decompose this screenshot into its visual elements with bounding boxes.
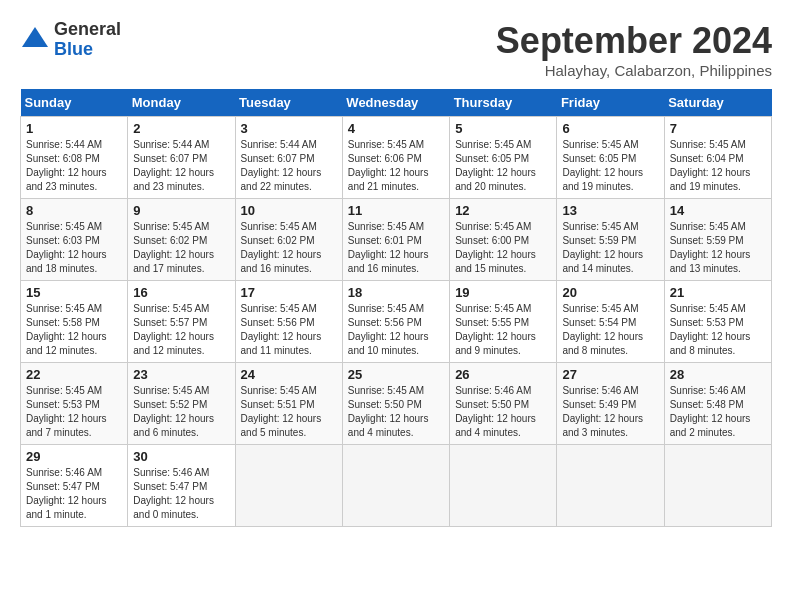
day-detail: Sunrise: 5:45 AMSunset: 6:06 PMDaylight:… (348, 138, 444, 194)
day-number: 27 (562, 367, 658, 382)
day-number: 23 (133, 367, 229, 382)
day-detail: Sunrise: 5:45 AMSunset: 6:03 PMDaylight:… (26, 220, 122, 276)
weekday-header-row: SundayMondayTuesdayWednesdayThursdayFrid… (21, 89, 772, 117)
calendar-body: 1Sunrise: 5:44 AMSunset: 6:08 PMDaylight… (21, 117, 772, 527)
day-detail: Sunrise: 5:45 AMSunset: 5:56 PMDaylight:… (241, 302, 337, 358)
day-detail: Sunrise: 5:45 AMSunset: 5:51 PMDaylight:… (241, 384, 337, 440)
day-detail: Sunrise: 5:45 AMSunset: 5:54 PMDaylight:… (562, 302, 658, 358)
day-detail: Sunrise: 5:44 AMSunset: 6:07 PMDaylight:… (133, 138, 229, 194)
calendar-cell: 14Sunrise: 5:45 AMSunset: 5:59 PMDayligh… (664, 199, 771, 281)
calendar-week-2: 8Sunrise: 5:45 AMSunset: 6:03 PMDaylight… (21, 199, 772, 281)
weekday-monday: Monday (128, 89, 235, 117)
calendar-cell: 3Sunrise: 5:44 AMSunset: 6:07 PMDaylight… (235, 117, 342, 199)
calendar-cell: 13Sunrise: 5:45 AMSunset: 5:59 PMDayligh… (557, 199, 664, 281)
day-detail: Sunrise: 5:45 AMSunset: 6:04 PMDaylight:… (670, 138, 766, 194)
day-detail: Sunrise: 5:45 AMSunset: 6:02 PMDaylight:… (133, 220, 229, 276)
day-number: 26 (455, 367, 551, 382)
day-number: 7 (670, 121, 766, 136)
calendar-cell: 18Sunrise: 5:45 AMSunset: 5:56 PMDayligh… (342, 281, 449, 363)
calendar-week-5: 29Sunrise: 5:46 AMSunset: 5:47 PMDayligh… (21, 445, 772, 527)
day-detail: Sunrise: 5:45 AMSunset: 6:00 PMDaylight:… (455, 220, 551, 276)
logo-general: General (54, 19, 121, 39)
day-detail: Sunrise: 5:44 AMSunset: 6:08 PMDaylight:… (26, 138, 122, 194)
day-number: 4 (348, 121, 444, 136)
calendar-cell: 19Sunrise: 5:45 AMSunset: 5:55 PMDayligh… (450, 281, 557, 363)
day-detail: Sunrise: 5:45 AMSunset: 5:59 PMDaylight:… (562, 220, 658, 276)
day-number: 12 (455, 203, 551, 218)
calendar-cell: 11Sunrise: 5:45 AMSunset: 6:01 PMDayligh… (342, 199, 449, 281)
logo-text: General Blue (54, 20, 121, 60)
calendar-week-1: 1Sunrise: 5:44 AMSunset: 6:08 PMDaylight… (21, 117, 772, 199)
day-number: 8 (26, 203, 122, 218)
calendar-cell: 15Sunrise: 5:45 AMSunset: 5:58 PMDayligh… (21, 281, 128, 363)
calendar-cell: 8Sunrise: 5:45 AMSunset: 6:03 PMDaylight… (21, 199, 128, 281)
calendar-cell: 5Sunrise: 5:45 AMSunset: 6:05 PMDaylight… (450, 117, 557, 199)
calendar-cell: 10Sunrise: 5:45 AMSunset: 6:02 PMDayligh… (235, 199, 342, 281)
calendar-cell: 2Sunrise: 5:44 AMSunset: 6:07 PMDaylight… (128, 117, 235, 199)
day-number: 24 (241, 367, 337, 382)
day-detail: Sunrise: 5:45 AMSunset: 6:02 PMDaylight:… (241, 220, 337, 276)
day-number: 11 (348, 203, 444, 218)
day-number: 15 (26, 285, 122, 300)
calendar-cell: 1Sunrise: 5:44 AMSunset: 6:08 PMDaylight… (21, 117, 128, 199)
day-number: 5 (455, 121, 551, 136)
day-number: 14 (670, 203, 766, 218)
calendar-cell (450, 445, 557, 527)
calendar-cell (342, 445, 449, 527)
calendar-cell: 23Sunrise: 5:45 AMSunset: 5:52 PMDayligh… (128, 363, 235, 445)
weekday-wednesday: Wednesday (342, 89, 449, 117)
day-detail: Sunrise: 5:45 AMSunset: 6:05 PMDaylight:… (455, 138, 551, 194)
day-detail: Sunrise: 5:45 AMSunset: 5:55 PMDaylight:… (455, 302, 551, 358)
day-detail: Sunrise: 5:45 AMSunset: 5:50 PMDaylight:… (348, 384, 444, 440)
day-number: 29 (26, 449, 122, 464)
day-number: 1 (26, 121, 122, 136)
day-number: 25 (348, 367, 444, 382)
calendar-cell: 21Sunrise: 5:45 AMSunset: 5:53 PMDayligh… (664, 281, 771, 363)
calendar-cell: 26Sunrise: 5:46 AMSunset: 5:50 PMDayligh… (450, 363, 557, 445)
day-detail: Sunrise: 5:45 AMSunset: 5:53 PMDaylight:… (670, 302, 766, 358)
calendar-cell: 30Sunrise: 5:46 AMSunset: 5:47 PMDayligh… (128, 445, 235, 527)
calendar-cell: 28Sunrise: 5:46 AMSunset: 5:48 PMDayligh… (664, 363, 771, 445)
day-number: 30 (133, 449, 229, 464)
day-number: 17 (241, 285, 337, 300)
calendar-week-4: 22Sunrise: 5:45 AMSunset: 5:53 PMDayligh… (21, 363, 772, 445)
svg-marker-0 (22, 27, 48, 47)
day-number: 20 (562, 285, 658, 300)
calendar-cell: 22Sunrise: 5:45 AMSunset: 5:53 PMDayligh… (21, 363, 128, 445)
calendar-cell: 20Sunrise: 5:45 AMSunset: 5:54 PMDayligh… (557, 281, 664, 363)
calendar-cell: 6Sunrise: 5:45 AMSunset: 6:05 PMDaylight… (557, 117, 664, 199)
weekday-tuesday: Tuesday (235, 89, 342, 117)
calendar-week-3: 15Sunrise: 5:45 AMSunset: 5:58 PMDayligh… (21, 281, 772, 363)
day-detail: Sunrise: 5:45 AMSunset: 5:59 PMDaylight:… (670, 220, 766, 276)
day-detail: Sunrise: 5:45 AMSunset: 5:58 PMDaylight:… (26, 302, 122, 358)
header: General Blue September 2024 Halayhay, Ca… (20, 20, 772, 79)
day-number: 21 (670, 285, 766, 300)
title-area: September 2024 Halayhay, Calabarzon, Phi… (496, 20, 772, 79)
day-detail: Sunrise: 5:46 AMSunset: 5:50 PMDaylight:… (455, 384, 551, 440)
calendar-table: SundayMondayTuesdayWednesdayThursdayFrid… (20, 89, 772, 527)
month-title: September 2024 (496, 20, 772, 62)
location-subtitle: Halayhay, Calabarzon, Philippines (496, 62, 772, 79)
day-number: 3 (241, 121, 337, 136)
calendar-cell: 25Sunrise: 5:45 AMSunset: 5:50 PMDayligh… (342, 363, 449, 445)
day-number: 22 (26, 367, 122, 382)
calendar-cell (664, 445, 771, 527)
day-detail: Sunrise: 5:45 AMSunset: 6:05 PMDaylight:… (562, 138, 658, 194)
day-detail: Sunrise: 5:45 AMSunset: 6:01 PMDaylight:… (348, 220, 444, 276)
calendar-cell: 29Sunrise: 5:46 AMSunset: 5:47 PMDayligh… (21, 445, 128, 527)
calendar-cell: 27Sunrise: 5:46 AMSunset: 5:49 PMDayligh… (557, 363, 664, 445)
day-detail: Sunrise: 5:46 AMSunset: 5:49 PMDaylight:… (562, 384, 658, 440)
calendar-cell (235, 445, 342, 527)
logo-blue: Blue (54, 39, 93, 59)
day-number: 16 (133, 285, 229, 300)
calendar-cell: 17Sunrise: 5:45 AMSunset: 5:56 PMDayligh… (235, 281, 342, 363)
logo-icon (20, 25, 50, 55)
calendar-cell: 24Sunrise: 5:45 AMSunset: 5:51 PMDayligh… (235, 363, 342, 445)
day-detail: Sunrise: 5:44 AMSunset: 6:07 PMDaylight:… (241, 138, 337, 194)
day-detail: Sunrise: 5:46 AMSunset: 5:48 PMDaylight:… (670, 384, 766, 440)
day-number: 18 (348, 285, 444, 300)
weekday-friday: Friday (557, 89, 664, 117)
day-number: 2 (133, 121, 229, 136)
calendar-cell (557, 445, 664, 527)
day-detail: Sunrise: 5:46 AMSunset: 5:47 PMDaylight:… (133, 466, 229, 522)
